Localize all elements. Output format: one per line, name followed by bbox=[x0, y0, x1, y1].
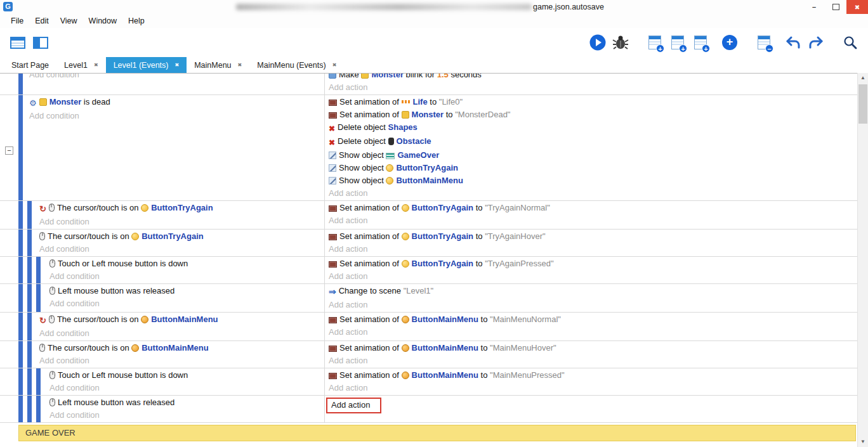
action-line[interactable]: Make Monster blink for 1.5 seconds bbox=[325, 73, 857, 81]
condition-line[interactable]: The cursor/touch is on ButtonMainMenu bbox=[36, 313, 324, 327]
anim-icon bbox=[329, 112, 337, 119]
menu-view[interactable]: View bbox=[55, 16, 83, 25]
add-action-button[interactable]: Add action bbox=[325, 214, 857, 227]
mouse-icon bbox=[49, 398, 55, 406]
add-condition-button[interactable]: Add condition bbox=[46, 409, 324, 422]
debug-icon[interactable] bbox=[610, 32, 631, 53]
event-row[interactable]: The cursor/touch is on ButtonTryAgainAdd… bbox=[0, 230, 857, 257]
text-fragment: Left mouse button was released bbox=[58, 398, 174, 407]
action-line[interactable]: Delete object Obstacle bbox=[325, 135, 857, 149]
event-indent-bar bbox=[36, 284, 41, 312]
tab-mainmenu-events[interactable]: MainMenu (Events) bbox=[249, 57, 344, 73]
event-row[interactable]: Touch or Left mouse button is downAdd co… bbox=[0, 257, 857, 284]
action-line[interactable]: Change to scene "Level1" bbox=[325, 285, 857, 299]
menu-window[interactable]: Window bbox=[83, 16, 122, 25]
action-line[interactable]: Delete object Shapes bbox=[325, 121, 857, 135]
preview-icon[interactable] bbox=[588, 32, 608, 53]
comment-row[interactable]: GAME OVER bbox=[18, 425, 856, 441]
action-line[interactable]: Set animation of ButtonTryAgain to "TryA… bbox=[325, 202, 857, 214]
event-indent-bar bbox=[27, 368, 32, 395]
undo-icon[interactable] bbox=[783, 32, 803, 53]
event-row[interactable]: Left mouse button was releasedAdd condit… bbox=[0, 396, 857, 423]
tab-start-page[interactable]: Start Page bbox=[4, 57, 56, 73]
text-fragment: "MainMenuNormal" bbox=[490, 314, 561, 324]
condition-line[interactable]: Touch or Left mouse button is down bbox=[46, 369, 324, 382]
condition-line[interactable]: Monster is dead bbox=[25, 96, 324, 110]
add-condition-button[interactable]: Add condition bbox=[36, 216, 324, 228]
add-action-button-highlighted[interactable]: Add action bbox=[326, 398, 381, 413]
scroll-up-icon[interactable] bbox=[858, 73, 868, 83]
add-condition-button[interactable]: Add condition bbox=[25, 73, 324, 81]
add-condition-button[interactable]: Add condition bbox=[36, 243, 324, 256]
vertical-scrollbar[interactable] bbox=[857, 73, 868, 447]
delete-event-icon[interactable] bbox=[754, 32, 774, 53]
event-row[interactable]: Monster is deadAdd conditionSet animatio… bbox=[0, 95, 857, 201]
event-row[interactable]: Add conditionMake Monster blink for 1.5 … bbox=[0, 73, 857, 95]
add-event-icon[interactable] bbox=[645, 32, 665, 53]
scrollbar-thumb[interactable] bbox=[858, 84, 867, 124]
menu-file[interactable]: File bbox=[5, 16, 29, 25]
anim-icon bbox=[329, 373, 337, 379]
condition-line[interactable]: Left mouse button was released bbox=[46, 285, 324, 297]
add-condition-button[interactable]: Add condition bbox=[46, 297, 324, 310]
event-row[interactable]: Left mouse button was releasedAdd condit… bbox=[0, 284, 857, 313]
btn-orange-icon bbox=[131, 344, 139, 352]
action-line[interactable]: Show object ButtonTryAgain bbox=[325, 162, 857, 174]
project-manager-icon[interactable] bbox=[8, 32, 28, 53]
condition-line[interactable]: The cursor/touch is on ButtonTryAgain bbox=[36, 230, 324, 243]
minimize-button[interactable] bbox=[803, 0, 825, 14]
start-page-icon[interactable] bbox=[30, 32, 51, 53]
collapse-toggle-icon[interactable] bbox=[5, 146, 13, 155]
tab-mainmenu[interactable]: MainMenu bbox=[187, 57, 249, 73]
action-line[interactable]: Set animation of Monster to "MonsterDead… bbox=[325, 108, 857, 121]
condition-line[interactable]: Touch or Left mouse button is down bbox=[46, 257, 324, 270]
action-line[interactable]: Set animation of Life to "Life0" bbox=[325, 96, 857, 108]
tab-label: Start Page bbox=[11, 61, 49, 70]
add-action-button[interactable]: Add action bbox=[325, 354, 857, 367]
add-condition-button[interactable]: Add condition bbox=[25, 110, 324, 122]
menu-edit[interactable]: Edit bbox=[29, 16, 55, 25]
tab-close-icon[interactable] bbox=[174, 62, 179, 68]
add-condition-button[interactable]: Add condition bbox=[36, 327, 324, 340]
add-condition-button[interactable]: Add condition bbox=[46, 382, 324, 394]
add-action-button[interactable]: Add action bbox=[325, 81, 857, 94]
action-line[interactable]: Show object ButtonMainMenu bbox=[325, 174, 857, 187]
add-other-event-icon[interactable] bbox=[720, 32, 740, 53]
add-condition-button[interactable]: Add condition bbox=[46, 270, 324, 283]
action-line[interactable]: Set animation of ButtonTryAgain to "TryA… bbox=[325, 230, 857, 243]
add-action-button[interactable]: Add action bbox=[325, 243, 857, 256]
add-sub-event-icon[interactable] bbox=[667, 32, 688, 53]
action-line[interactable]: Set animation of ButtonMainMenu to "Main… bbox=[325, 313, 857, 326]
event-row[interactable]: Touch or Left mouse button is downAdd co… bbox=[0, 368, 857, 396]
action-line[interactable]: Show object GameOver bbox=[325, 149, 857, 162]
redo-icon[interactable] bbox=[806, 32, 826, 53]
menu-help[interactable]: Help bbox=[122, 16, 150, 25]
add-action-button[interactable]: Add action bbox=[325, 299, 857, 311]
event-row[interactable]: The cursor/touch is on ButtonMainMenuAdd… bbox=[0, 341, 857, 368]
tab-close-icon[interactable] bbox=[94, 62, 98, 68]
add-action-button[interactable]: Add action bbox=[325, 382, 857, 394]
actions-cell: Make Monster blink for 1.5 secondsAdd ac… bbox=[325, 73, 857, 94]
condition-line[interactable]: The cursor/touch is on ButtonMainMenu bbox=[36, 342, 324, 354]
action-line[interactable]: Set animation of ButtonMainMenu to "Main… bbox=[325, 369, 857, 382]
event-row[interactable]: The cursor/touch is on ButtonTryAgainAdd… bbox=[0, 201, 857, 230]
tab-level1-events[interactable]: Level1 (Events) bbox=[106, 57, 187, 73]
tab-close-icon[interactable] bbox=[332, 62, 337, 68]
scroll-down-icon[interactable] bbox=[858, 437, 868, 447]
tab-level1[interactable]: Level1 bbox=[56, 57, 106, 73]
action-line[interactable]: Set animation of ButtonMainMenu to "Main… bbox=[325, 342, 857, 354]
action-line[interactable]: Set animation of ButtonTryAgain to "TryA… bbox=[325, 257, 857, 270]
add-action-button[interactable]: Add action bbox=[325, 326, 857, 339]
close-button[interactable] bbox=[846, 0, 868, 14]
maximize-button[interactable] bbox=[825, 0, 846, 14]
condition-line[interactable]: Left mouse button was released bbox=[46, 396, 324, 409]
search-icon[interactable] bbox=[840, 32, 860, 53]
add-action-button[interactable]: Add action bbox=[325, 187, 857, 200]
btn-yellow-icon bbox=[386, 164, 393, 172]
condition-line[interactable]: The cursor/touch is on ButtonTryAgain bbox=[36, 202, 324, 216]
add-condition-button[interactable]: Add condition bbox=[36, 354, 324, 367]
tab-close-icon[interactable] bbox=[238, 62, 242, 68]
add-action-button[interactable]: Add action bbox=[325, 270, 857, 283]
event-row[interactable]: The cursor/touch is on ButtonMainMenuAdd… bbox=[0, 313, 857, 341]
add-comment-icon[interactable] bbox=[690, 32, 711, 53]
